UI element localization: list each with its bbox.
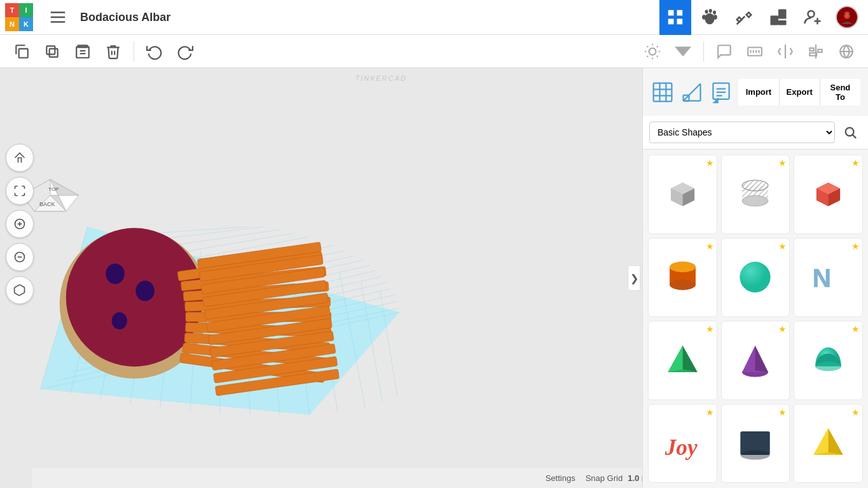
- svg-point-32: [649, 48, 656, 55]
- svg-marker-165: [755, 345, 768, 372]
- send-to-button[interactable]: Send To: [820, 79, 860, 106]
- move-button[interactable]: [694, 0, 726, 35]
- user-avatar[interactable]: [831, 0, 863, 35]
- svg-rect-6: [677, 19, 683, 25]
- shapes-grid: ★ ★: [643, 150, 868, 488]
- paste-button[interactable]: [69, 38, 97, 66]
- texture-button[interactable]: [832, 38, 860, 66]
- fit-view-button[interactable]: [6, 177, 34, 205]
- shape-preview-11: [733, 421, 778, 466]
- svg-rect-14: [771, 16, 779, 25]
- shape-item-box[interactable]: ★: [648, 155, 717, 234]
- svg-point-94: [66, 228, 203, 366]
- zoom-out-button[interactable]: [6, 243, 34, 271]
- separator-2: [703, 41, 704, 62]
- svg-point-96: [135, 281, 155, 301]
- svg-point-148: [743, 195, 769, 206]
- left-toolbar: [0, 136, 39, 312]
- grid-view-button[interactable]: [651, 74, 675, 109]
- blocks-button[interactable]: [762, 0, 794, 35]
- snap-grid-value[interactable]: 1.0 mm: [628, 473, 642, 483]
- svg-line-36: [657, 55, 658, 57]
- settings-label[interactable]: Settings: [546, 473, 575, 483]
- shape-preview-cone: [733, 338, 778, 382]
- svg-rect-49: [809, 48, 814, 50]
- svg-rect-4: [677, 10, 683, 16]
- collapse-panel-button[interactable]: ❯: [628, 265, 640, 291]
- svg-rect-26: [46, 46, 55, 54]
- notes-view-button[interactable]: [709, 74, 733, 109]
- mirror-button[interactable]: [771, 38, 799, 66]
- shape-item-cone[interactable]: ★: [721, 321, 790, 400]
- shape-item-box-red[interactable]: ★: [794, 155, 863, 234]
- viewport[interactable]: BACK TOP TINKERCAD Settings Snap Grid 1.…: [0, 68, 642, 488]
- svg-rect-5: [668, 19, 674, 25]
- copy-button[interactable]: [8, 38, 36, 66]
- star-icon: ★: [706, 407, 714, 417]
- tinkercad-logo[interactable]: T I N K: [5, 3, 33, 31]
- middle-section: BACK TOP TINKERCAD Settings Snap Grid 1.…: [0, 68, 868, 488]
- shape-item-sphere[interactable]: ★: [721, 238, 790, 317]
- align-button[interactable]: [802, 38, 830, 66]
- ruler-view-button[interactable]: [680, 74, 704, 109]
- export-button[interactable]: Export: [780, 79, 820, 106]
- svg-point-156: [670, 279, 696, 290]
- svg-line-140: [853, 135, 856, 138]
- gallery-button[interactable]: [659, 0, 691, 35]
- star-icon: ★: [778, 158, 787, 168]
- shape-preview-cylinder: [660, 255, 705, 300]
- snap-grid: Snap Grid 1.0 mm: [586, 473, 642, 483]
- note-button[interactable]: [710, 38, 738, 66]
- logo-t: T: [5, 3, 19, 17]
- add-user-button[interactable]: [797, 0, 829, 35]
- redo-button[interactable]: [171, 38, 199, 66]
- star-icon: ★: [706, 158, 714, 168]
- svg-rect-29: [76, 46, 89, 57]
- ie-buttons: Import Export Send To: [738, 79, 860, 106]
- star-icon: ★: [706, 324, 714, 334]
- svg-text:N: N: [813, 264, 832, 293]
- bottom-bar: Settings Snap Grid 1.0 mm: [32, 468, 642, 488]
- shape-item-11[interactable]: ★: [721, 404, 790, 484]
- search-button[interactable]: [839, 121, 862, 144]
- duplicate-button[interactable]: [38, 38, 66, 66]
- svg-point-24: [849, 13, 851, 15]
- import-button[interactable]: Import: [738, 79, 779, 106]
- svg-marker-162: [668, 345, 682, 372]
- svg-point-95: [106, 263, 125, 284]
- svg-point-157: [670, 262, 696, 273]
- svg-point-10: [705, 13, 715, 25]
- delete-button[interactable]: [99, 38, 127, 66]
- shape-preview-text: N: [806, 255, 851, 300]
- project-name: Bodacious Albar: [80, 11, 656, 24]
- shape-item-text[interactable]: ★ N: [794, 238, 863, 317]
- light-button[interactable]: [638, 38, 666, 66]
- svg-line-35: [647, 46, 649, 47]
- shape-preview-box: [660, 172, 705, 216]
- svg-line-40: [657, 46, 658, 47]
- menu-button[interactable]: [42, 0, 74, 35]
- logo-k: K: [19, 17, 33, 31]
- build-button[interactable]: [728, 0, 760, 35]
- perspective-button[interactable]: [6, 276, 34, 304]
- shape-item-half-sphere[interactable]: ★: [794, 321, 863, 400]
- shape-item-10[interactable]: ★ Joy: [648, 404, 717, 484]
- zoom-in-button[interactable]: [6, 210, 34, 238]
- shape-item-cylinder-hole[interactable]: ★: [721, 155, 790, 234]
- svg-rect-15: [778, 10, 787, 19]
- svg-point-23: [843, 13, 845, 15]
- svg-rect-42: [748, 47, 762, 55]
- shape-category-select[interactable]: Basic Shapes Letters Shapes Text Connect…: [649, 122, 835, 143]
- star-icon: ★: [778, 407, 787, 417]
- star-icon: ★: [851, 407, 860, 417]
- svg-point-11: [702, 15, 706, 20]
- svg-line-73: [380, 291, 397, 396]
- shape-item-12[interactable]: ★: [794, 404, 863, 484]
- shape-item-cylinder[interactable]: ★: [648, 238, 717, 317]
- light-dropdown-button[interactable]: [669, 38, 697, 66]
- ruler-button[interactable]: [741, 38, 769, 66]
- home-view-button[interactable]: [6, 144, 34, 172]
- shape-item-pyramid[interactable]: ★: [648, 321, 717, 400]
- undo-button[interactable]: [141, 38, 169, 66]
- panel-top-icons: Import Export Send To: [643, 68, 868, 116]
